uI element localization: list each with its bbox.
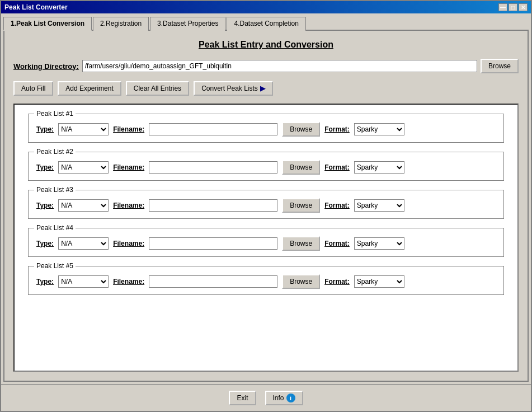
type-label-3: Type: <box>36 202 54 209</box>
format-select-1[interactable]: Sparky <box>354 123 404 135</box>
filename-label-4: Filename: <box>113 240 144 247</box>
type-label-5: Type: <box>36 278 54 285</box>
peak-list-5-row: Type: N/A Filename: Browse Format: Spark… <box>36 274 496 289</box>
browse-button-5[interactable]: Browse <box>282 274 320 289</box>
working-directory-row: Working Directroy: Browse <box>13 59 519 73</box>
minimize-button[interactable]: — <box>498 3 507 11</box>
peak-list-2-legend: Peak List #2 <box>34 148 76 156</box>
browse-button-3[interactable]: Browse <box>282 198 320 213</box>
filename-input-2[interactable] <box>149 161 277 174</box>
filename-input-4[interactable] <box>149 237 277 250</box>
type-select-5[interactable]: N/A <box>58 275 109 288</box>
type-select-4[interactable]: N/A <box>58 237 109 250</box>
format-label-4: Format: <box>324 240 350 247</box>
auto-fill-button[interactable]: Auto Fill <box>13 81 53 96</box>
browse-button-4[interactable]: Browse <box>282 236 320 251</box>
bottom-bar: Exit Info i <box>1 384 531 411</box>
add-experiment-button[interactable]: Add Experiment <box>58 81 121 96</box>
type-select-1[interactable]: N/A <box>58 123 109 135</box>
info-button[interactable]: Info i <box>265 391 303 405</box>
filename-input-3[interactable] <box>149 199 277 212</box>
tab-dataset-properties[interactable]: 3.Dataset Properties <box>150 17 225 31</box>
info-icon: i <box>286 394 295 402</box>
tab-peak-list-conversion[interactable]: 1.Peak List Conversion <box>3 17 92 31</box>
peak-list-3-row: Type: N/A Filename: Browse Format: Spark… <box>36 198 496 213</box>
filename-label-2: Filename: <box>113 163 144 171</box>
type-label-1: Type: <box>36 125 54 133</box>
convert-arrow-icon: ▶ <box>260 85 265 92</box>
tab-dataset-completion[interactable]: 4.Dataset Completion <box>227 17 305 31</box>
peak-list-5-legend: Peak List #5 <box>34 262 76 270</box>
format-label-1: Format: <box>324 125 350 133</box>
peak-list-group-2: Peak List #2 Type: N/A Filename: Browse … <box>28 152 504 181</box>
peak-list-group-5: Peak List #5 Type: N/A Filename: Browse … <box>28 266 504 295</box>
browse-button-1[interactable]: Browse <box>282 122 320 137</box>
peak-list-2-row: Type: N/A Filename: Browse Format: Spark… <box>36 160 496 175</box>
filename-label-3: Filename: <box>113 202 144 209</box>
tab-bar: 1.Peak List Conversion 2.Registration 3.… <box>3 16 529 31</box>
filename-input-5[interactable] <box>149 275 277 288</box>
panel-title: Peak List Entry and Conversion <box>13 40 519 50</box>
convert-label: Convert Peak Lists <box>201 85 258 92</box>
working-directory-input[interactable] <box>82 60 477 72</box>
window-title: Peak List Converter <box>4 3 68 11</box>
close-button[interactable]: ✕ <box>519 3 528 11</box>
format-label-5: Format: <box>324 278 350 285</box>
filename-input-1[interactable] <box>149 123 277 135</box>
tab-registration[interactable]: 2.Registration <box>93 17 149 31</box>
peak-list-3-legend: Peak List #3 <box>34 186 76 194</box>
clear-entries-button[interactable]: Clear All Entries <box>126 81 189 96</box>
format-select-2[interactable]: Sparky <box>354 161 404 174</box>
peak-list-4-legend: Peak List #4 <box>34 224 76 232</box>
peak-list-group-4: Peak List #4 Type: N/A Filename: Browse … <box>28 228 504 257</box>
filename-label-5: Filename: <box>113 278 144 285</box>
format-select-5[interactable]: Sparky <box>354 275 404 288</box>
format-label-2: Format: <box>324 163 350 171</box>
info-label: Info <box>273 394 284 402</box>
convert-peak-lists-button[interactable]: Convert Peak Lists ▶ <box>194 81 273 96</box>
window-content: 1.Peak List Conversion 2.Registration 3.… <box>1 13 531 384</box>
working-directory-label: Working Directroy: <box>13 62 79 71</box>
format-select-3[interactable]: Sparky <box>354 199 404 212</box>
browse-button-2[interactable]: Browse <box>282 160 320 175</box>
type-label-2: Type: <box>36 163 54 171</box>
type-select-2[interactable]: N/A <box>58 161 109 174</box>
type-select-3[interactable]: N/A <box>58 199 109 212</box>
main-panel: Peak List Entry and Conversion Working D… <box>3 31 529 382</box>
peak-list-4-row: Type: N/A Filename: Browse Format: Spark… <box>36 236 496 251</box>
format-label-3: Format: <box>324 202 350 209</box>
main-window: Peak List Converter — □ ✕ 1.Peak List Co… <box>0 0 532 412</box>
toolbar: Auto Fill Add Experiment Clear All Entri… <box>13 81 519 96</box>
title-bar-buttons: — □ ✕ <box>498 3 528 11</box>
format-select-4[interactable]: Sparky <box>354 237 404 250</box>
peak-list-1-legend: Peak List #1 <box>34 110 76 118</box>
title-bar: Peak List Converter — □ ✕ <box>1 1 531 13</box>
peak-list-1-row: Type: N/A Filename: Browse Format: Spark… <box>36 122 496 137</box>
maximize-button[interactable]: □ <box>509 3 517 11</box>
peak-lists-container: Peak List #1 Type: N/A Filename: Browse … <box>13 104 519 372</box>
filename-label-1: Filename: <box>113 125 144 133</box>
peak-list-group-3: Peak List #3 Type: N/A Filename: Browse … <box>28 190 504 219</box>
working-directory-browse-button[interactable]: Browse <box>481 59 519 73</box>
type-label-4: Type: <box>36 240 54 247</box>
peak-list-group-1: Peak List #1 Type: N/A Filename: Browse … <box>28 114 504 143</box>
exit-button[interactable]: Exit <box>229 391 256 405</box>
